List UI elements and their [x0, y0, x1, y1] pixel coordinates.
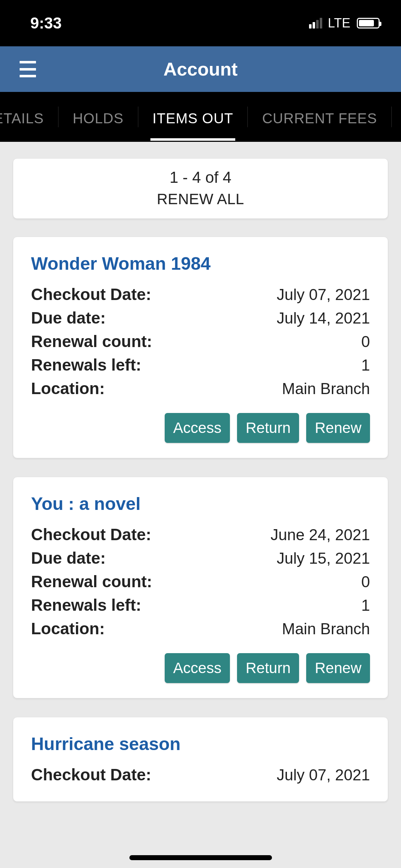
menu-icon[interactable]	[20, 61, 36, 77]
renewal-count-label: Renewal count:	[31, 332, 152, 351]
return-button[interactable]: Return	[237, 653, 299, 683]
tab-current-fees[interactable]: CURRENT FEES	[248, 93, 391, 141]
tabs: ETAILSHOLDSITEMS OUTCURRENT FEESR	[0, 92, 401, 142]
checkout-date-value: July 07, 2021	[277, 286, 370, 304]
due-date-value: July 14, 2021	[277, 309, 370, 327]
due-date-row: Due date:July 14, 2021	[31, 306, 370, 330]
renew-button[interactable]: Renew	[306, 413, 370, 443]
tab-items-out[interactable]: ITEMS OUT	[138, 93, 248, 141]
item-actions: AccessReturnRenew	[31, 413, 370, 443]
due-date-label: Due date:	[31, 308, 106, 327]
item-title-link[interactable]: Wonder Woman 1984	[31, 253, 370, 274]
checkout-date-value: July 07, 2021	[277, 766, 370, 784]
checkout-date-row: Checkout Date:June 24, 2021	[31, 523, 370, 546]
signal-icon	[309, 18, 322, 29]
location-value: Main Branch	[282, 380, 370, 398]
page-title: Account	[0, 58, 401, 80]
renewals-left-row: Renewals left:1	[31, 353, 370, 377]
location-value: Main Branch	[282, 620, 370, 638]
battery-icon	[357, 18, 380, 29]
tab-r[interactable]: R	[392, 93, 401, 141]
due-date-label: Due date:	[31, 548, 106, 568]
checkout-date-row: Checkout Date:July 07, 2021	[31, 763, 370, 786]
checkout-date-label: Checkout Date:	[31, 525, 151, 544]
location-label: Location:	[31, 619, 105, 638]
renewal-count-row: Renewal count:0	[31, 570, 370, 593]
access-button[interactable]: Access	[165, 653, 230, 683]
results-range: 1 - 4 of 4	[13, 169, 388, 186]
renewals-left-row: Renewals left:1	[31, 593, 370, 617]
access-button[interactable]: Access	[165, 413, 230, 443]
renewals-left-value: 1	[361, 596, 370, 614]
status-right: LTE	[309, 16, 380, 31]
renewal-count-value: 0	[361, 333, 370, 351]
return-button[interactable]: Return	[237, 413, 299, 443]
checkout-date-label: Checkout Date:	[31, 765, 151, 784]
item-card: Wonder Woman 1984Checkout Date:July 07, …	[13, 237, 388, 458]
renew-all-button[interactable]: RENEW ALL	[13, 191, 388, 208]
renewals-left-label: Renewals left:	[31, 595, 141, 615]
renew-button[interactable]: Renew	[306, 653, 370, 683]
checkout-date-row: Checkout Date:July 07, 2021	[31, 283, 370, 306]
location-row: Location:Main Branch	[31, 617, 370, 640]
renewal-count-row: Renewal count:0	[31, 330, 370, 353]
renewals-left-value: 1	[361, 356, 370, 374]
renewals-left-label: Renewals left:	[31, 355, 141, 374]
item-title-link[interactable]: You : a novel	[31, 494, 370, 514]
checkout-date-value: June 24, 2021	[271, 526, 370, 544]
home-indicator[interactable]	[129, 855, 272, 860]
item-title-link[interactable]: Hurricane season	[31, 734, 370, 754]
item-card: Hurricane seasonCheckout Date:July 07, 2…	[13, 717, 388, 802]
checkout-date-label: Checkout Date:	[31, 285, 151, 304]
tab-etails[interactable]: ETAILS	[0, 93, 58, 141]
due-date-row: Due date:July 15, 2021	[31, 546, 370, 570]
location-row: Location:Main Branch	[31, 377, 370, 400]
app-bar: Account	[0, 46, 401, 92]
status-bar: 9:33 LTE	[0, 0, 401, 46]
renewal-count-value: 0	[361, 573, 370, 591]
status-time: 9:33	[30, 14, 62, 32]
location-label: Location:	[31, 379, 105, 398]
due-date-value: July 15, 2021	[277, 549, 370, 567]
tab-holds[interactable]: HOLDS	[58, 93, 138, 141]
item-actions: AccessReturnRenew	[31, 653, 370, 683]
network-label: LTE	[328, 16, 350, 31]
renewal-count-label: Renewal count:	[31, 572, 152, 591]
item-card: You : a novelCheckout Date:June 24, 2021…	[13, 477, 388, 698]
scroll-area[interactable]: 1 - 4 of 4 RENEW ALL Wonder Woman 1984Ch…	[0, 142, 401, 868]
summary-card: 1 - 4 of 4 RENEW ALL	[13, 158, 388, 219]
